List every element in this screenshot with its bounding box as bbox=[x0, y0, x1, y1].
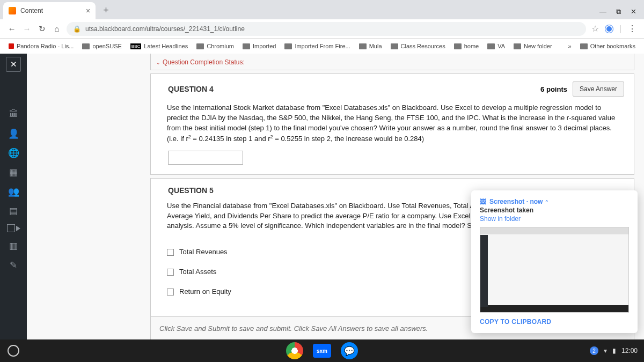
question-4-body: Use the International Stock Market datab… bbox=[167, 104, 615, 143]
bookmark-imported-fire[interactable]: Imported From Fire... bbox=[281, 41, 353, 51]
minimize-icon[interactable]: — bbox=[599, 8, 606, 16]
question-4-input[interactable] bbox=[168, 151, 243, 165]
url-text: utsa.blackboard.com/ultra/courses/_22143… bbox=[85, 25, 245, 33]
back-button[interactable]: ← bbox=[4, 24, 19, 33]
courses-icon[interactable]: ▦ bbox=[8, 166, 19, 178]
address-bar[interactable]: 🔒 utsa.blackboard.com/ultra/courses/_221… bbox=[67, 22, 586, 36]
bookmark-opensuse[interactable]: openSUSE bbox=[79, 41, 125, 51]
clock: 12:00 bbox=[621, 347, 638, 354]
new-tab-button[interactable]: + bbox=[103, 5, 109, 19]
home-button[interactable]: ⌂ bbox=[49, 24, 64, 33]
sxm-app-icon[interactable]: sxm bbox=[313, 344, 331, 358]
tab-favicon bbox=[9, 7, 16, 14]
bookmark-home[interactable]: home bbox=[451, 41, 482, 51]
bookmark-chromium[interactable]: Chromium bbox=[193, 41, 237, 51]
bookmark-overflow[interactable]: » bbox=[565, 41, 575, 51]
question-5-title: QUESTION 5 bbox=[168, 186, 214, 195]
checkbox-icon[interactable] bbox=[167, 289, 174, 295]
profile-icon[interactable]: 👤 bbox=[8, 128, 19, 139]
maximize-icon[interactable]: ⧉ bbox=[616, 8, 621, 16]
bookmark-mula[interactable]: Mula bbox=[356, 41, 385, 51]
bookmark-star-icon[interactable]: ☆ bbox=[591, 24, 599, 34]
show-in-folder-link[interactable]: Show in folder bbox=[480, 215, 629, 223]
checkbox-icon[interactable] bbox=[167, 269, 174, 276]
popup-time: now bbox=[530, 198, 543, 205]
popup-subtitle: Screenshot taken bbox=[480, 206, 629, 214]
blackboard-sidebar: ✕ 🏛 👤 🌐 ▦ 👥 ▤ ▥ ✎ bbox=[0, 54, 27, 339]
tab-title: Content bbox=[20, 7, 43, 14]
bookmark-va[interactable]: VA bbox=[484, 41, 508, 51]
screenshot-thumbnail[interactable] bbox=[480, 227, 629, 313]
completion-status-row[interactable]: ⌄Question Completion Status: bbox=[150, 54, 634, 70]
bookmark-class-resources[interactable]: Class Resources bbox=[387, 41, 449, 51]
chevron-down-icon: ⌄ bbox=[156, 60, 160, 65]
chrome-app-icon[interactable] bbox=[286, 342, 303, 359]
status-area[interactable]: 2 ▾ ▮ 12:00 bbox=[590, 346, 644, 355]
activity-icon[interactable]: 🌐 bbox=[8, 147, 19, 159]
bookmark-pandora[interactable]: Pandora Radio - Lis... bbox=[5, 41, 77, 51]
grades-icon[interactable]: ▥ bbox=[8, 240, 19, 252]
question-4-title: QUESTION 4 bbox=[168, 85, 214, 93]
close-tab-icon[interactable]: × bbox=[86, 6, 90, 15]
bookmark-imported[interactable]: Imported bbox=[239, 41, 279, 51]
calendar-icon[interactable]: ▤ bbox=[8, 205, 19, 217]
tools-icon[interactable]: ✎ bbox=[8, 259, 19, 271]
close-window-icon[interactable]: ✕ bbox=[631, 8, 636, 16]
wifi-icon: ▾ bbox=[604, 347, 607, 354]
extension-icon[interactable] bbox=[605, 25, 613, 33]
messages-app-icon[interactable]: 💬 bbox=[341, 342, 358, 359]
browser-tab[interactable]: Content × bbox=[3, 2, 96, 19]
institution-icon[interactable]: 🏛 bbox=[8, 108, 19, 120]
lock-icon: 🔒 bbox=[73, 25, 81, 33]
notification-badge: 2 bbox=[590, 346, 598, 355]
battery-icon: ▮ bbox=[612, 347, 616, 354]
question-4-points: 6 points bbox=[540, 85, 567, 93]
launcher-button[interactable] bbox=[8, 345, 19, 357]
image-icon: 🖼 bbox=[480, 198, 486, 205]
bookmark-other[interactable]: Other bookmarks bbox=[577, 41, 639, 51]
question-4-card: QUESTION 4 6 points Save Answer Use the … bbox=[150, 73, 634, 175]
popup-title: Screenshot bbox=[489, 198, 524, 205]
bookmark-latest[interactable]: BBCLatest Headlines bbox=[127, 41, 191, 51]
completion-status-label: Question Completion Status: bbox=[163, 58, 245, 66]
organizations-icon[interactable]: 👥 bbox=[8, 186, 19, 197]
screenshot-notification: 🖼Screenshot · now⌃ Screenshot taken Show… bbox=[471, 190, 638, 333]
reload-button[interactable]: ↻ bbox=[34, 24, 49, 34]
chevron-up-icon[interactable]: ⌃ bbox=[545, 200, 549, 205]
close-panel-button[interactable]: ✕ bbox=[6, 57, 21, 72]
menu-icon[interactable]: ⋮ bbox=[628, 24, 636, 34]
forward-button[interactable]: → bbox=[19, 24, 34, 33]
chromeos-shelf: sxm 💬 2 ▾ ▮ 12:00 bbox=[0, 339, 644, 362]
messages-icon[interactable] bbox=[7, 224, 20, 232]
checkbox-icon[interactable] bbox=[167, 249, 174, 256]
copy-to-clipboard-button[interactable]: COPY TO CLIPBOARD bbox=[480, 318, 629, 326]
bookmark-new-folder[interactable]: New folder bbox=[510, 41, 555, 51]
save-answer-button-q4[interactable]: Save Answer bbox=[573, 82, 624, 97]
bookmarks-bar: Pandora Radio - Lis... openSUSE BBCLates… bbox=[0, 39, 644, 54]
